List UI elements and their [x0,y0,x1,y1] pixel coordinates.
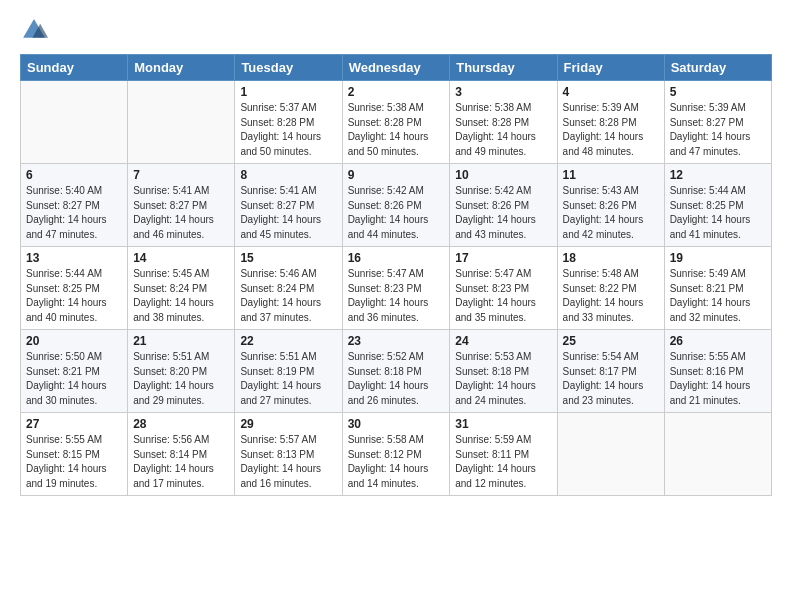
cell-info: Sunrise: 5:53 AM Sunset: 8:18 PM Dayligh… [455,350,551,408]
calendar-cell: 11Sunrise: 5:43 AM Sunset: 8:26 PM Dayli… [557,164,664,247]
cell-info: Sunrise: 5:42 AM Sunset: 8:26 PM Dayligh… [455,184,551,242]
day-number: 23 [348,334,445,348]
weekday-header-thursday: Thursday [450,55,557,81]
calendar-cell: 1Sunrise: 5:37 AM Sunset: 8:28 PM Daylig… [235,81,342,164]
day-number: 3 [455,85,551,99]
day-number: 10 [455,168,551,182]
calendar-cell: 18Sunrise: 5:48 AM Sunset: 8:22 PM Dayli… [557,247,664,330]
day-number: 13 [26,251,122,265]
cell-info: Sunrise: 5:57 AM Sunset: 8:13 PM Dayligh… [240,433,336,491]
cell-info: Sunrise: 5:41 AM Sunset: 8:27 PM Dayligh… [240,184,336,242]
week-row-4: 20Sunrise: 5:50 AM Sunset: 8:21 PM Dayli… [21,330,772,413]
calendar-cell [557,413,664,496]
cell-info: Sunrise: 5:48 AM Sunset: 8:22 PM Dayligh… [563,267,659,325]
day-number: 7 [133,168,229,182]
cell-info: Sunrise: 5:54 AM Sunset: 8:17 PM Dayligh… [563,350,659,408]
day-number: 6 [26,168,122,182]
day-number: 11 [563,168,659,182]
day-number: 8 [240,168,336,182]
calendar-cell: 10Sunrise: 5:42 AM Sunset: 8:26 PM Dayli… [450,164,557,247]
page: SundayMondayTuesdayWednesdayThursdayFrid… [0,0,792,612]
day-number: 27 [26,417,122,431]
calendar-cell: 4Sunrise: 5:39 AM Sunset: 8:28 PM Daylig… [557,81,664,164]
calendar-cell: 8Sunrise: 5:41 AM Sunset: 8:27 PM Daylig… [235,164,342,247]
calendar-cell [128,81,235,164]
cell-info: Sunrise: 5:38 AM Sunset: 8:28 PM Dayligh… [348,101,445,159]
day-number: 14 [133,251,229,265]
calendar-cell: 19Sunrise: 5:49 AM Sunset: 8:21 PM Dayli… [664,247,771,330]
cell-info: Sunrise: 5:47 AM Sunset: 8:23 PM Dayligh… [348,267,445,325]
day-number: 24 [455,334,551,348]
calendar-cell: 12Sunrise: 5:44 AM Sunset: 8:25 PM Dayli… [664,164,771,247]
week-row-3: 13Sunrise: 5:44 AM Sunset: 8:25 PM Dayli… [21,247,772,330]
day-number: 20 [26,334,122,348]
day-number: 28 [133,417,229,431]
week-row-1: 1Sunrise: 5:37 AM Sunset: 8:28 PM Daylig… [21,81,772,164]
weekday-header-saturday: Saturday [664,55,771,81]
cell-info: Sunrise: 5:41 AM Sunset: 8:27 PM Dayligh… [133,184,229,242]
day-number: 1 [240,85,336,99]
day-number: 26 [670,334,766,348]
weekday-header-wednesday: Wednesday [342,55,450,81]
day-number: 25 [563,334,659,348]
calendar-cell: 16Sunrise: 5:47 AM Sunset: 8:23 PM Dayli… [342,247,450,330]
day-number: 19 [670,251,766,265]
weekday-header-sunday: Sunday [21,55,128,81]
calendar-cell: 24Sunrise: 5:53 AM Sunset: 8:18 PM Dayli… [450,330,557,413]
cell-info: Sunrise: 5:45 AM Sunset: 8:24 PM Dayligh… [133,267,229,325]
cell-info: Sunrise: 5:46 AM Sunset: 8:24 PM Dayligh… [240,267,336,325]
day-number: 2 [348,85,445,99]
calendar-cell: 9Sunrise: 5:42 AM Sunset: 8:26 PM Daylig… [342,164,450,247]
calendar-cell: 26Sunrise: 5:55 AM Sunset: 8:16 PM Dayli… [664,330,771,413]
day-number: 9 [348,168,445,182]
cell-info: Sunrise: 5:49 AM Sunset: 8:21 PM Dayligh… [670,267,766,325]
calendar-cell: 7Sunrise: 5:41 AM Sunset: 8:27 PM Daylig… [128,164,235,247]
cell-info: Sunrise: 5:50 AM Sunset: 8:21 PM Dayligh… [26,350,122,408]
calendar-cell: 31Sunrise: 5:59 AM Sunset: 8:11 PM Dayli… [450,413,557,496]
weekday-header-friday: Friday [557,55,664,81]
day-number: 18 [563,251,659,265]
day-number: 12 [670,168,766,182]
cell-info: Sunrise: 5:37 AM Sunset: 8:28 PM Dayligh… [240,101,336,159]
calendar-cell: 27Sunrise: 5:55 AM Sunset: 8:15 PM Dayli… [21,413,128,496]
day-number: 16 [348,251,445,265]
logo-icon [20,16,48,44]
calendar-cell: 30Sunrise: 5:58 AM Sunset: 8:12 PM Dayli… [342,413,450,496]
cell-info: Sunrise: 5:55 AM Sunset: 8:16 PM Dayligh… [670,350,766,408]
cell-info: Sunrise: 5:51 AM Sunset: 8:20 PM Dayligh… [133,350,229,408]
cell-info: Sunrise: 5:43 AM Sunset: 8:26 PM Dayligh… [563,184,659,242]
calendar-cell: 23Sunrise: 5:52 AM Sunset: 8:18 PM Dayli… [342,330,450,413]
cell-info: Sunrise: 5:55 AM Sunset: 8:15 PM Dayligh… [26,433,122,491]
calendar-cell: 6Sunrise: 5:40 AM Sunset: 8:27 PM Daylig… [21,164,128,247]
cell-info: Sunrise: 5:44 AM Sunset: 8:25 PM Dayligh… [670,184,766,242]
cell-info: Sunrise: 5:44 AM Sunset: 8:25 PM Dayligh… [26,267,122,325]
cell-info: Sunrise: 5:47 AM Sunset: 8:23 PM Dayligh… [455,267,551,325]
calendar-cell: 29Sunrise: 5:57 AM Sunset: 8:13 PM Dayli… [235,413,342,496]
calendar-cell: 13Sunrise: 5:44 AM Sunset: 8:25 PM Dayli… [21,247,128,330]
cell-info: Sunrise: 5:40 AM Sunset: 8:27 PM Dayligh… [26,184,122,242]
cell-info: Sunrise: 5:58 AM Sunset: 8:12 PM Dayligh… [348,433,445,491]
cell-info: Sunrise: 5:42 AM Sunset: 8:26 PM Dayligh… [348,184,445,242]
calendar-table: SundayMondayTuesdayWednesdayThursdayFrid… [20,54,772,496]
calendar-cell: 5Sunrise: 5:39 AM Sunset: 8:27 PM Daylig… [664,81,771,164]
day-number: 21 [133,334,229,348]
calendar-cell [664,413,771,496]
cell-info: Sunrise: 5:56 AM Sunset: 8:14 PM Dayligh… [133,433,229,491]
weekday-header-row: SundayMondayTuesdayWednesdayThursdayFrid… [21,55,772,81]
day-number: 30 [348,417,445,431]
cell-info: Sunrise: 5:39 AM Sunset: 8:27 PM Dayligh… [670,101,766,159]
calendar-cell: 22Sunrise: 5:51 AM Sunset: 8:19 PM Dayli… [235,330,342,413]
week-row-5: 27Sunrise: 5:55 AM Sunset: 8:15 PM Dayli… [21,413,772,496]
cell-info: Sunrise: 5:59 AM Sunset: 8:11 PM Dayligh… [455,433,551,491]
calendar-cell: 25Sunrise: 5:54 AM Sunset: 8:17 PM Dayli… [557,330,664,413]
day-number: 29 [240,417,336,431]
day-number: 31 [455,417,551,431]
calendar-cell: 21Sunrise: 5:51 AM Sunset: 8:20 PM Dayli… [128,330,235,413]
cell-info: Sunrise: 5:51 AM Sunset: 8:19 PM Dayligh… [240,350,336,408]
day-number: 22 [240,334,336,348]
header [20,16,772,44]
weekday-header-tuesday: Tuesday [235,55,342,81]
day-number: 17 [455,251,551,265]
cell-info: Sunrise: 5:52 AM Sunset: 8:18 PM Dayligh… [348,350,445,408]
calendar-cell: 17Sunrise: 5:47 AM Sunset: 8:23 PM Dayli… [450,247,557,330]
